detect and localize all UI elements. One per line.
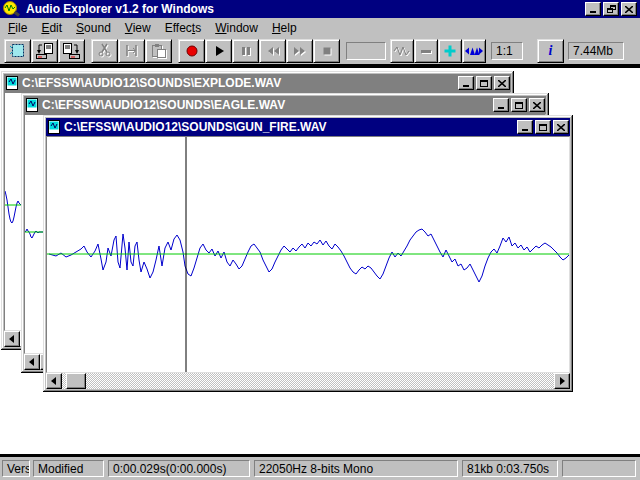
document-title: C:\EFSSW\AUDIO12\SOUNDS\GUN_FIRE.WAV <box>64 120 514 134</box>
fast-forward-button[interactable] <box>286 39 313 63</box>
wav-file-icon <box>47 120 61 134</box>
memory-display: 7.44Mb <box>568 42 624 60</box>
close-icon <box>533 102 541 109</box>
document-title: C:\EFSSW\AUDIO12\SOUNDS\EAGLE.WAV <box>42 98 490 112</box>
zoom-in-button[interactable] <box>438 39 462 63</box>
minimize-icon <box>463 85 469 87</box>
status-cell-3: 22050Hz 8-bits Mono <box>254 460 458 477</box>
plus-icon <box>442 44 458 58</box>
stop-button[interactable] <box>313 39 340 63</box>
new-file-icon <box>9 43 27 59</box>
scroll-left-button[interactable] <box>46 373 62 389</box>
app-icon <box>2 1 22 17</box>
waveform-trace <box>49 229 569 282</box>
title-bar[interactable]: Audio Explorer v1.2 for Windows <box>0 0 640 18</box>
maximize-icon <box>515 102 523 109</box>
child-close-button[interactable] <box>553 120 569 134</box>
child-maximize-button[interactable] <box>476 76 492 90</box>
minimize-icon <box>590 11 596 13</box>
window-title: Audio Explorer v1.2 for Windows <box>26 2 585 16</box>
rewind-button[interactable] <box>259 39 286 63</box>
arrow-left-icon <box>8 335 16 343</box>
scrollbar-thumb[interactable] <box>66 373 86 389</box>
waveform-view-button[interactable] <box>390 39 414 63</box>
menu-item-file[interactable]: File <box>1 19 34 37</box>
zoom-fit-button[interactable] <box>462 39 486 63</box>
scissors-icon <box>97 43 113 58</box>
info-button[interactable]: i <box>537 39 564 63</box>
status-cell-2: 0:00.029s(0:00.000s) <box>108 460 250 477</box>
minimize-button[interactable] <box>585 2 601 16</box>
wav-file-icon <box>5 76 19 90</box>
arrow-left-icon <box>28 358 36 366</box>
toolbar: 1:1 i 7.44Mb <box>0 37 640 64</box>
info-icon: i <box>549 43 553 59</box>
minus-icon <box>418 44 434 58</box>
play-button[interactable] <box>205 39 232 63</box>
menu-item-window[interactable]: Window <box>208 19 265 37</box>
waveform-canvas[interactable] <box>46 136 570 373</box>
menu-item-edit[interactable]: Edit <box>34 19 69 37</box>
fast-forward-icon <box>292 44 308 58</box>
scroll-right-button[interactable] <box>554 373 570 389</box>
open-button[interactable] <box>31 39 58 63</box>
document-window-gunfire[interactable]: C:\EFSSW\AUDIO12\SOUNDS\GUN_FIRE.WAV <box>43 115 573 392</box>
restore-button[interactable] <box>603 2 619 16</box>
status-cell-1: Modified <box>33 460 104 477</box>
pause-icon <box>239 44 253 58</box>
scrollbar-track[interactable] <box>86 373 554 389</box>
child-minimize-button[interactable] <box>458 76 474 90</box>
zoom-ratio-display: 1:1 <box>491 42 523 60</box>
status-cell-5 <box>562 460 636 477</box>
minimize-icon <box>522 129 528 131</box>
close-button[interactable] <box>621 2 637 16</box>
save-button[interactable] <box>58 39 85 63</box>
close-icon <box>625 6 633 13</box>
pause-button[interactable] <box>232 39 259 63</box>
horizontal-scrollbar[interactable] <box>46 373 570 389</box>
restore-icon <box>607 5 616 13</box>
child-maximize-button[interactable] <box>511 98 527 112</box>
menu-bar: FileEditSoundViewEffectsWindowHelp <box>0 18 640 37</box>
audio-explorer-window: Audio Explorer v1.2 for Windows FileEdit… <box>0 0 640 480</box>
scroll-left-button[interactable] <box>24 354 40 370</box>
child-title-bar[interactable]: C:\EFSSW\AUDIO12\SOUNDS\EXPLODE.WAV <box>4 74 511 92</box>
status-cell-4: 81kb 0:03.750s <box>462 460 558 477</box>
child-title-bar[interactable]: C:\EFSSW\AUDIO12\SOUNDS\EAGLE.WAV <box>24 96 546 114</box>
rewind-icon <box>265 44 281 58</box>
child-close-button[interactable] <box>494 76 510 90</box>
stop-icon <box>320 44 334 58</box>
record-icon <box>185 44 199 58</box>
export-file-icon <box>63 43 81 59</box>
child-title-bar[interactable]: C:\EFSSW\AUDIO12\SOUNDS\GUN_FIRE.WAV <box>46 118 570 136</box>
menu-item-sound[interactable]: Sound <box>69 19 118 37</box>
waveform-icon <box>393 44 411 58</box>
status-cell-0: Vers <box>2 460 30 477</box>
new-button[interactable] <box>4 39 31 63</box>
cut-button[interactable] <box>91 39 118 63</box>
child-minimize-button[interactable] <box>493 98 509 112</box>
child-maximize-button[interactable] <box>535 120 551 134</box>
paste-button[interactable] <box>145 39 172 63</box>
status-bar: VersModified0:00.029s(0:00.000s)22050Hz … <box>0 457 640 480</box>
clipboard-icon <box>151 43 167 58</box>
menu-item-view[interactable]: View <box>118 19 158 37</box>
trim-icon <box>124 43 140 58</box>
mdi-workspace: C:\EFSSW\AUDIO12\SOUNDS\EXPLODE.WAV <box>0 64 640 457</box>
play-icon <box>212 44 226 58</box>
trim-button[interactable] <box>118 39 145 63</box>
minimize-icon <box>498 107 504 109</box>
scroll-left-button[interactable] <box>4 331 20 347</box>
position-display <box>346 42 386 60</box>
maximize-icon <box>539 124 547 131</box>
close-icon <box>557 124 565 131</box>
zoom-out-button[interactable] <box>414 39 438 63</box>
wav-file-icon <box>25 98 39 112</box>
child-close-button[interactable] <box>529 98 545 112</box>
record-button[interactable] <box>178 39 205 63</box>
child-minimize-button[interactable] <box>517 120 533 134</box>
menu-item-help[interactable]: Help <box>265 19 304 37</box>
document-title: C:\EFSSW\AUDIO12\SOUNDS\EXPLODE.WAV <box>22 76 455 90</box>
menu-item-effects[interactable]: Effects <box>158 19 209 37</box>
waveform-trace <box>25 229 43 238</box>
